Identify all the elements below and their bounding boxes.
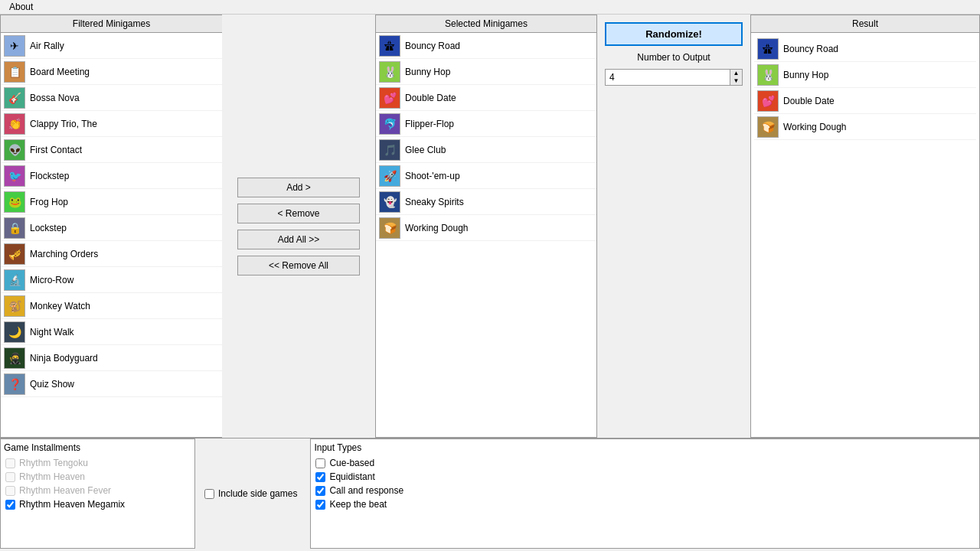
label-air-rally: Air Rally (30, 41, 64, 51)
icon-sel-bunny-hop: 🐰 (379, 61, 400, 83)
label-monkey-watch: Monkey Watch (30, 301, 90, 311)
input-types-panel: Input Types Cue-based Equidistant Call a… (310, 439, 980, 549)
game-install-item-rhythm-heaven-megamix[interactable]: Rhythm Heaven Megamix (4, 497, 191, 511)
number-to-output-field[interactable]: ▲ ▼ (605, 69, 743, 86)
remove-button[interactable]: < Remove (237, 204, 360, 223)
checkbox-equidistant[interactable] (315, 472, 325, 482)
include-side-games-checkbox[interactable] (204, 489, 214, 499)
filtered-item-clappy-trio[interactable]: 👏 Clappy Trio, The (1, 111, 222, 137)
input-type-item-cue-based[interactable]: Cue-based (314, 456, 976, 470)
checkbox-rhythm-tengoku (5, 458, 15, 468)
add-all-button[interactable]: Add All >> (237, 230, 360, 249)
icon-sel-shoot-em-up: 🚀 (379, 165, 400, 187)
label-sel-flipper-flop: Flipper-Flop (405, 119, 454, 129)
label-board-meeting: Board Meeting (30, 67, 90, 77)
filtered-item-quiz-show[interactable]: ❓ Quiz Show (1, 371, 222, 397)
label-quiz-show: Quiz Show (30, 379, 74, 390)
icon-flockstep: 🐦 (4, 165, 25, 187)
game-install-item-rhythm-heaven-fever[interactable]: Rhythm Heaven Fever (4, 484, 191, 497)
label-res-bunny-hop: Bunny Hop (783, 70, 828, 80)
input-types-header: Input Types (314, 442, 976, 453)
icon-quiz-show: ❓ (4, 373, 25, 395)
icon-sel-working-dough: 🍞 (379, 217, 400, 239)
game-installs-panel: Game Installments Rhythm Tengoku Rhythm … (0, 439, 195, 549)
input-type-item-equidistant[interactable]: Equidistant (314, 470, 976, 484)
selected-item-double-date[interactable]: 💕 Double Date (376, 85, 596, 111)
label-ninja-bodyguard: Ninja Bodyguard (30, 353, 98, 364)
icon-marching-orders: 🎺 (4, 243, 25, 265)
label-clappy-trio: Clappy Trio, The (30, 119, 97, 129)
icon-night-walk: 🌙 (4, 321, 25, 343)
checkbox-cue-based[interactable] (315, 458, 325, 468)
add-button[interactable]: Add > (237, 178, 360, 197)
filtered-item-night-walk[interactable]: 🌙 Night Walk (1, 319, 222, 345)
icon-sel-bouncy-road: 🛣 (379, 35, 400, 57)
filtered-item-lockstep[interactable]: 🔒 Lockstep (1, 215, 222, 241)
selected-item-sneaky-spirits[interactable]: 👻 Sneaky Spirits (376, 189, 596, 215)
selected-list[interactable]: 🛣 Bouncy Road 🐰 Bunny Hop 💕 Double Date … (376, 33, 596, 437)
filtered-list[interactable]: ✈ Air Rally 📋 Board Meeting 🎸 Bossa Nova… (1, 33, 222, 437)
filtered-panel-header: Filtered Minigames (1, 15, 222, 33)
include-side-games-label: Include side games (218, 488, 297, 499)
game-install-item-rhythm-tengoku[interactable]: Rhythm Tengoku (4, 456, 191, 470)
filtered-item-board-meeting[interactable]: 📋 Board Meeting (1, 59, 222, 85)
selected-item-flipper-flop[interactable]: 🐬 Flipper-Flop (376, 111, 596, 137)
input-type-item-keep-the-beat[interactable]: Keep the beat (314, 497, 976, 511)
result-item-working-dough: 🍞 Working Dough (754, 114, 976, 140)
checkbox-keep-the-beat[interactable] (315, 500, 325, 510)
filtered-item-ninja-bodyguard[interactable]: 🥷 Ninja Bodyguard (1, 345, 222, 371)
label-sel-bunny-hop: Bunny Hop (405, 67, 450, 77)
spin-up-button[interactable]: ▲ (730, 70, 742, 77)
number-to-output-input[interactable] (606, 70, 730, 85)
selected-item-working-dough[interactable]: 🍞 Working Dough (376, 215, 596, 241)
menubar: About (0, 0, 980, 15)
selected-item-shoot-em-up[interactable]: 🚀 Shoot-'em-up (376, 163, 596, 189)
randomize-button[interactable]: Randomize! (605, 22, 743, 46)
checkbox-call-and-response[interactable] (315, 486, 325, 496)
game-install-item-rhythm-heaven[interactable]: Rhythm Heaven (4, 470, 191, 484)
label-cue-based: Cue-based (329, 458, 374, 468)
label-frog-hop: Frog Hop (30, 197, 68, 207)
selected-item-glee-club[interactable]: 🎵 Glee Club (376, 137, 596, 163)
label-call-and-response: Call and response (329, 485, 403, 496)
filtered-item-micro-row[interactable]: 🔬 Micro-Row (1, 267, 222, 293)
spin-down-button[interactable]: ▼ (730, 77, 742, 85)
label-rhythm-heaven: Rhythm Heaven (19, 471, 85, 482)
filtered-item-bossa-nova[interactable]: 🎸 Bossa Nova (1, 85, 222, 111)
icon-lockstep: 🔒 (4, 217, 25, 239)
label-res-bouncy-road: Bouncy Road (783, 44, 838, 54)
label-flockstep: Flockstep (30, 171, 69, 181)
filtered-item-first-contact[interactable]: 👽 First Contact (1, 137, 222, 163)
label-sel-working-dough: Working Dough (405, 223, 469, 233)
icon-res-double-date: 💕 (757, 90, 779, 112)
label-sel-sneaky-spirits: Sneaky Spirits (405, 197, 464, 207)
include-side-games-item[interactable]: Include side games (203, 487, 299, 500)
filtered-item-monkey-watch[interactable]: 🐒 Monkey Watch (1, 293, 222, 319)
checkbox-rhythm-heaven (5, 472, 15, 482)
filtered-item-marching-orders[interactable]: 🎺 Marching Orders (1, 241, 222, 267)
filtered-item-flockstep[interactable]: 🐦 Flockstep (1, 163, 222, 189)
label-equidistant: Equidistant (329, 471, 374, 482)
label-keep-the-beat: Keep the beat (329, 499, 387, 510)
label-rhythm-heaven-fever: Rhythm Heaven Fever (19, 485, 111, 496)
icon-micro-row: 🔬 (4, 269, 25, 291)
label-micro-row: Micro-Row (30, 275, 74, 285)
selected-panel: Selected Minigames 🛣 Bouncy Road 🐰 Bunny… (375, 15, 597, 438)
selected-panel-header: Selected Minigames (376, 15, 596, 33)
remove-all-button[interactable]: << Remove All (237, 256, 360, 276)
label-sel-bouncy-road: Bouncy Road (405, 41, 460, 51)
number-to-output-label: Number to Output (605, 52, 743, 63)
input-type-item-call-and-response[interactable]: Call and response (314, 484, 976, 497)
icon-clappy-trio: 👏 (4, 113, 25, 135)
filtered-panel: Filtered Minigames ✈ Air Rally 📋 Board M… (0, 15, 222, 438)
checkbox-rhythm-heaven-megamix[interactable] (5, 500, 15, 510)
filtered-item-air-rally[interactable]: ✈ Air Rally (1, 33, 222, 59)
result-panel: Result 🛣 Bouncy Road 🐰 Bunny Hop 💕 Doubl… (750, 15, 980, 438)
selected-item-bunny-hop[interactable]: 🐰 Bunny Hop (376, 59, 596, 85)
filtered-item-frog-hop[interactable]: 🐸 Frog Hop (1, 189, 222, 215)
icon-frog-hop: 🐸 (4, 191, 25, 213)
about-menu[interactable]: About (5, 0, 38, 14)
icon-sel-sneaky-spirits: 👻 (379, 191, 400, 213)
checkbox-rhythm-heaven-fever (5, 486, 15, 496)
selected-item-bouncy-road[interactable]: 🛣 Bouncy Road (376, 33, 596, 59)
